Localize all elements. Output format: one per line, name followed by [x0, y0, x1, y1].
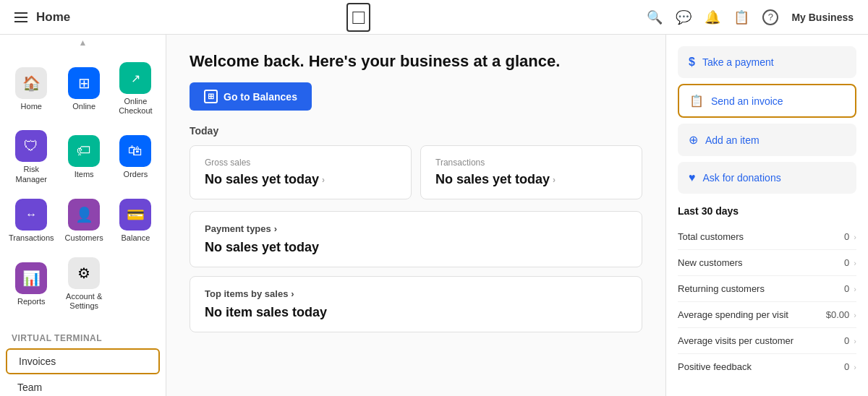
transactions-chevron: ›: [553, 175, 556, 185]
positive-feedback-chevron: ›: [854, 363, 856, 371]
total-customers-value: 0: [844, 231, 849, 242]
total-customers-chevron: ›: [854, 233, 856, 241]
chat-icon[interactable]: 💬: [676, 9, 692, 25]
add-item-label: Add an item: [705, 134, 760, 146]
page-title: Home: [36, 10, 70, 25]
sidebar-item-online-checkout[interactable]: ↗ Online Checkout: [111, 56, 160, 121]
sidebar-link-invoices[interactable]: Invoices: [6, 348, 160, 374]
sidebar-item-orders[interactable]: 🛍 Orders: [111, 124, 160, 189]
new-customers-value: 0: [844, 257, 849, 268]
avg-visits-metric[interactable]: Average visits per customer 0 ›: [678, 328, 856, 354]
sidebar-item-transactions[interactable]: ↔ Transactions: [6, 193, 57, 249]
sidebar-item-account-settings[interactable]: ⚙ Account & Settings: [60, 251, 109, 317]
today-label: Today: [190, 125, 642, 137]
top-header: Home □ 🔍 💬 🔔 📋 ? My Business: [0, 0, 868, 35]
app-logo: □: [346, 3, 370, 32]
sidebar-item-reports[interactable]: 📊 Reports: [6, 251, 57, 317]
main-body: ▲ 🏠 Home ⊞ Online ↗ Online Checkout 🛡: [0, 35, 868, 396]
online-checkout-label: Online Checkout: [114, 97, 157, 116]
top-items-card: Top items by sales › No item sales today: [190, 276, 642, 332]
last30-title: Last 30 days: [678, 205, 856, 217]
sidebar: ▲ 🏠 Home ⊞ Online ↗ Online Checkout 🛡: [0, 35, 166, 396]
main-content: Welcome back. Here's your business at a …: [166, 35, 665, 396]
scroll-up-indicator: ▲: [0, 35, 166, 51]
search-icon[interactable]: 🔍: [647, 9, 663, 25]
sidebar-section-virtual-terminal: Virtual Terminal: [0, 322, 166, 347]
items-label: Items: [75, 170, 94, 179]
avg-visits-value-group: 0 ›: [844, 335, 856, 346]
avg-spending-metric[interactable]: Average spending per visit $0.00 ›: [678, 302, 856, 328]
sidebar-item-online[interactable]: ⊞ Online: [60, 56, 109, 121]
new-customers-metric[interactable]: New customers 0 ›: [678, 250, 856, 276]
gross-sales-value: No sales yet today ›: [205, 172, 396, 187]
returning-customers-chevron: ›: [854, 285, 856, 293]
heart-icon: ♥: [689, 171, 696, 184]
go-to-balances-button[interactable]: ⊞ Go to Balances: [190, 82, 312, 111]
gross-sales-chevron: ›: [322, 175, 325, 185]
balances-btn-icon: ⊞: [204, 90, 218, 103]
document-icon[interactable]: 📋: [733, 9, 749, 25]
send-invoice-label: Send an invoice: [711, 95, 783, 107]
returning-customers-value: 0: [844, 283, 849, 294]
avg-spending-chevron: ›: [854, 311, 856, 319]
new-customers-chevron: ›: [854, 259, 856, 267]
reports-icon-box: 📊: [15, 262, 47, 294]
sidebar-item-items[interactable]: 🏷 Items: [60, 124, 109, 189]
payment-types-title[interactable]: Payment types ›: [205, 223, 627, 234]
business-name[interactable]: My Business: [791, 12, 854, 23]
take-payment-button[interactable]: $ Take a payment: [678, 46, 856, 78]
header-left: Home: [14, 10, 70, 25]
sidebar-grid: 🏠 Home ⊞ Online ↗ Online Checkout 🛡 Risk…: [0, 51, 166, 322]
gross-sales-card[interactable]: Gross sales No sales yet today ›: [190, 145, 412, 199]
transactions-label: Transactions: [435, 158, 627, 168]
orders-icon-box: 🛍: [119, 135, 151, 167]
returning-customers-metric[interactable]: Returning customers 0 ›: [678, 276, 856, 302]
hamburger-menu[interactable]: [14, 12, 27, 22]
customers-label: Customers: [65, 233, 103, 243]
send-invoice-button[interactable]: 📋 Send an invoice: [678, 84, 856, 118]
positive-feedback-label: Positive feedback: [678, 361, 752, 372]
customers-icon-box: 👤: [68, 199, 100, 231]
transactions-value: No sales yet today ›: [435, 172, 627, 187]
ask-donations-button[interactable]: ♥ Ask for donations: [678, 162, 856, 194]
sidebar-item-balance[interactable]: 💳 Balance: [111, 193, 160, 249]
avg-spending-value-group: $0.00 ›: [826, 309, 856, 320]
add-item-icon: ⊕: [689, 133, 698, 147]
account-settings-label: Account & Settings: [63, 292, 106, 311]
total-customers-metric[interactable]: Total customers 0 ›: [678, 224, 856, 250]
virtual-terminal-section-title: Virtual Terminal: [12, 333, 102, 343]
welcome-title: Welcome back. Here's your business at a …: [190, 52, 642, 71]
total-customers-label: Total customers: [678, 231, 744, 242]
help-icon[interactable]: ?: [762, 9, 778, 25]
avg-visits-label: Average visits per customer: [678, 335, 793, 346]
right-panel: $ Take a payment 📋 Send an invoice ⊕ Add…: [665, 35, 868, 396]
bell-icon[interactable]: 🔔: [705, 9, 720, 25]
sidebar-item-risk-manager[interactable]: 🛡 Risk Manager: [6, 124, 57, 189]
account-settings-icon-box: ⚙: [68, 257, 100, 289]
sidebar-item-customers[interactable]: 👤 Customers: [60, 193, 109, 249]
add-item-button[interactable]: ⊕ Add an item: [678, 124, 856, 156]
payment-types-chevron: ›: [274, 223, 277, 234]
transactions-label: Transactions: [9, 233, 54, 243]
new-customers-label: New customers: [678, 257, 743, 268]
top-items-empty: No item sales today: [205, 305, 627, 320]
top-items-title[interactable]: Top items by sales ›: [205, 288, 627, 299]
positive-feedback-metric[interactable]: Positive feedback 0 ›: [678, 354, 856, 379]
new-customers-value-group: 0 ›: [844, 257, 856, 268]
risk-manager-label: Risk Manager: [9, 165, 54, 184]
sidebar-link-team[interactable]: Team: [6, 376, 160, 396]
invoices-label: Invoices: [19, 356, 56, 367]
team-label: Team: [17, 382, 42, 393]
balance-icon-box: 💳: [119, 199, 151, 231]
take-payment-label: Take a payment: [702, 56, 774, 68]
online-checkout-icon-box: ↗: [119, 62, 151, 94]
avg-visits-value: 0: [844, 335, 849, 346]
transactions-card[interactable]: Transactions No sales yet today ›: [420, 145, 642, 199]
avg-visits-chevron: ›: [854, 337, 856, 345]
sidebar-item-home[interactable]: 🏠 Home: [6, 56, 57, 121]
home-label: Home: [21, 102, 42, 111]
returning-customers-label: Returning customers: [678, 283, 765, 294]
returning-customers-value-group: 0 ›: [844, 283, 856, 294]
home-icon-box: 🏠: [15, 67, 47, 99]
stats-row: Gross sales No sales yet today › Transac…: [190, 145, 642, 199]
